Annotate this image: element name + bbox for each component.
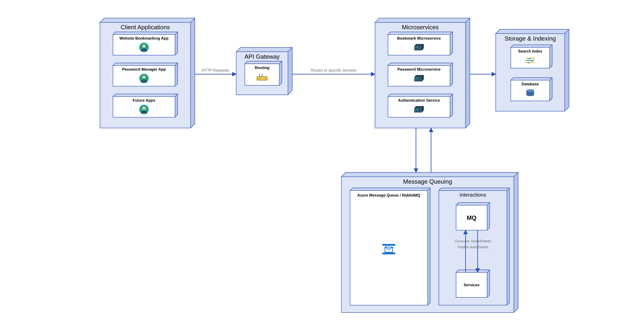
node-mq: MQ	[456, 202, 490, 230]
node-azure-message-queue: Azure Message Queue / RabbitMQ	[350, 188, 430, 305]
group-title: Client Applications	[120, 24, 170, 30]
svg-point-8	[142, 76, 146, 79]
svg-rect-32	[414, 77, 422, 82]
svg-text:Authentication Service: Authentication Service	[398, 98, 440, 102]
server-icon	[414, 75, 424, 82]
svg-point-39	[417, 109, 418, 110]
svg-text:API Gateway: API Gateway	[244, 53, 280, 60]
group-storage-indexing: Storage & Indexing Search Index Database	[496, 29, 569, 111]
svg-rect-49	[528, 62, 530, 63]
group-microservices: Microservices Bookmark Microservice Pass…	[375, 18, 470, 128]
svg-rect-47	[529, 58, 530, 59]
svg-text:Routing: Routing	[255, 66, 270, 70]
svg-point-20	[258, 78, 259, 79]
svg-text:Password Microservice: Password Microservice	[398, 67, 441, 72]
node-authentication-service: Authentication Service	[388, 94, 452, 117]
svg-rect-56	[350, 190, 428, 305]
svg-point-28	[416, 47, 416, 48]
architecture-diagram: Client Applications Website Bookmarking …	[0, 0, 644, 322]
svg-text:interactions: interactions	[460, 192, 486, 198]
svg-text:Website Bookmarking App: Website Bookmarking App	[120, 36, 168, 40]
svg-text:Search Index: Search Index	[518, 49, 542, 53]
user-icon	[139, 74, 149, 83]
group-message-queuing: Message Queuing Azure Message Queue / Ra…	[342, 172, 518, 312]
svg-text:Message Queuing: Message Queuing	[403, 178, 452, 185]
svg-text:HTTP Requests: HTTP Requests	[202, 68, 229, 72]
server-icon	[414, 106, 424, 112]
search-index-icon	[526, 58, 534, 63]
node-database: Database	[511, 78, 552, 101]
svg-text:Storage & Indexing: Storage & Indexing	[504, 35, 556, 42]
svg-text:Azure Message Queue / RabbitMQ: Azure Message Queue / RabbitMQ	[358, 193, 420, 197]
svg-point-29	[417, 47, 418, 48]
database-icon	[526, 89, 534, 96]
svg-point-34	[417, 78, 418, 79]
node-password-microservice: Password Microservice	[388, 63, 452, 86]
server-icon	[414, 44, 424, 50]
node-services: Services	[456, 270, 490, 298]
svg-point-38	[416, 109, 416, 110]
svg-rect-37	[414, 108, 422, 112]
svg-point-21	[260, 78, 261, 79]
svg-text:Bookmark Microservice: Bookmark Microservice	[397, 36, 441, 40]
node-future-apps: Future Apps	[113, 94, 178, 117]
svg-point-33	[416, 78, 416, 79]
svg-text:Publish Auth Events: Publish Auth Events	[458, 245, 488, 249]
node-password-manager-app: Password Manager App	[113, 63, 178, 86]
group-client-applications: Client Applications Website Bookmarking …	[100, 18, 195, 128]
svg-text:Database: Database	[522, 82, 539, 86]
group-interactions: interactions MQ Services Consume Tasks/E…	[439, 188, 510, 305]
svg-text:Future Apps: Future Apps	[132, 98, 155, 102]
node-website-bookmarking-app: Website Bookmarking App	[113, 32, 178, 55]
group-api-gateway: API Gateway Routing	[236, 47, 292, 95]
svg-rect-27	[414, 46, 422, 50]
node-search-index: Search Index	[511, 45, 552, 68]
user-icon	[139, 43, 149, 52]
svg-rect-58	[382, 244, 395, 246]
svg-text:Services: Services	[464, 283, 480, 287]
svg-rect-59	[382, 253, 395, 254]
svg-text:Routes to specific services: Routes to specific services	[311, 68, 356, 72]
user-icon	[139, 105, 149, 114]
node-routing: Routing	[245, 61, 282, 85]
svg-point-53	[526, 89, 534, 92]
node-bookmark-microservice: Bookmark Microservice	[388, 32, 452, 55]
svg-point-22	[265, 78, 266, 79]
svg-rect-48	[532, 60, 533, 61]
svg-text:Consume Tasks/Events: Consume Tasks/Events	[455, 239, 491, 243]
svg-point-12	[142, 106, 146, 110]
svg-text:Microservices: Microservices	[402, 24, 439, 30]
svg-point-4	[142, 44, 146, 48]
svg-text:MQ: MQ	[467, 214, 476, 221]
svg-text:Password Manager App: Password Manager App	[122, 67, 166, 72]
